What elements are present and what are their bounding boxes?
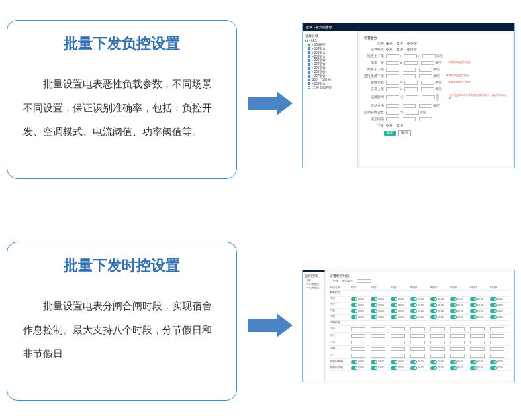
time-input[interactable] — [470, 334, 485, 338]
expand-icon[interactable]: + — [312, 74, 314, 78]
checkbox-icon[interactable] — [308, 51, 310, 54]
time-input[interactable] — [450, 347, 465, 351]
time-input[interactable] — [490, 327, 504, 331]
radio-icon[interactable] — [407, 42, 410, 45]
time-input[interactable] — [410, 347, 425, 351]
sidebar-item[interactable]: 三号宿舍楼 — [305, 287, 322, 290]
toggle-switch[interactable] — [410, 297, 417, 301]
time-input[interactable] — [490, 334, 504, 338]
time-input[interactable] — [351, 347, 365, 351]
time-input[interactable] — [490, 341, 504, 344]
toggle-switch[interactable] — [490, 297, 497, 301]
expand-icon[interactable]: + — [312, 58, 314, 62]
expand-icon[interactable]: - — [309, 39, 310, 42]
time-input[interactable] — [410, 341, 425, 344]
text-input[interactable] — [403, 104, 416, 108]
toggle-switch[interactable] — [351, 297, 357, 301]
radio-icon[interactable] — [386, 42, 389, 45]
toggle-switch[interactable] — [450, 303, 457, 307]
radio-icon[interactable] — [397, 42, 399, 45]
toggle-switch[interactable] — [391, 360, 397, 364]
text-input[interactable] — [403, 74, 416, 78]
checkbox-icon[interactable] — [308, 86, 310, 89]
toggle-switch[interactable] — [351, 360, 357, 364]
tree-node[interactable]: +101研所 — [305, 43, 355, 46]
toggle-switch[interactable] — [430, 309, 437, 313]
toggle-switch[interactable] — [470, 303, 477, 307]
time-input[interactable] — [410, 334, 425, 338]
text-input[interactable] — [386, 95, 399, 99]
time-input[interactable] — [391, 327, 405, 331]
time-input[interactable] — [430, 327, 445, 331]
time-input[interactable] — [430, 341, 445, 344]
toggle-switch[interactable] — [391, 303, 397, 307]
tree-node[interactable]: -APS — [305, 39, 355, 42]
text-input[interactable] — [406, 111, 419, 115]
tree-node[interactable]: 二楼走廊照明 — [305, 86, 355, 89]
text-input[interactable] — [386, 81, 399, 85]
toggle-switch[interactable] — [351, 366, 357, 370]
time-input[interactable] — [410, 327, 425, 331]
tree-node[interactable]: +205宿舍 — [305, 66, 355, 70]
text-input[interactable] — [403, 68, 416, 72]
toggle-switch[interactable] — [410, 309, 417, 313]
toggle-switch[interactable] — [351, 315, 357, 319]
time-input[interactable] — [430, 347, 445, 351]
cancel-button[interactable]: 取消 — [398, 130, 411, 136]
text-input[interactable] — [421, 81, 434, 85]
text-input[interactable] — [386, 104, 399, 108]
text-input[interactable] — [403, 117, 416, 121]
tree-node[interactable]: +202宿舍 — [305, 55, 355, 58]
toggle-switch[interactable] — [391, 366, 397, 370]
toggle-switch[interactable] — [410, 303, 417, 307]
time-input[interactable] — [470, 327, 485, 331]
text-input[interactable] — [386, 111, 399, 115]
text-input[interactable] — [406, 95, 419, 99]
tree-node[interactable]: +103宿舍 — [305, 47, 355, 50]
text-input[interactable] — [421, 87, 434, 91]
time-input[interactable] — [351, 327, 365, 331]
checkbox-icon[interactable] — [308, 55, 310, 58]
toggle-switch[interactable] — [410, 315, 417, 319]
select-all-checkbox[interactable] — [330, 280, 332, 282]
expand-icon[interactable]: + — [312, 55, 314, 58]
toggle-switch[interactable] — [371, 360, 377, 364]
toggle-switch[interactable] — [470, 315, 477, 319]
text-input[interactable] — [404, 61, 418, 65]
expand-icon[interactable]: + — [312, 43, 314, 46]
toggle-switch[interactable] — [490, 315, 497, 319]
toggle-switch[interactable] — [450, 366, 457, 370]
tree-node[interactable]: +207宿舍 — [305, 74, 355, 78]
text-input[interactable] — [404, 54, 417, 58]
time-input[interactable] — [450, 354, 465, 358]
tree-node[interactable]: +201宿舍 — [305, 51, 355, 54]
checkbox-icon[interactable] — [308, 75, 310, 78]
time-input[interactable] — [470, 341, 485, 344]
time-input[interactable] — [470, 347, 485, 351]
time-input[interactable] — [391, 334, 405, 338]
toggle-switch[interactable] — [430, 297, 437, 301]
checkbox-icon[interactable] — [308, 79, 310, 81]
toggle-switch[interactable] — [490, 366, 497, 370]
toggle-switch[interactable] — [371, 303, 377, 307]
toggle-switch[interactable] — [450, 297, 457, 301]
tree-node[interactable]: +206宿舍 — [305, 70, 355, 74]
text-input[interactable] — [419, 117, 432, 121]
time-input[interactable] — [391, 354, 405, 358]
text-input[interactable] — [422, 54, 436, 58]
text-input[interactable] — [421, 61, 434, 65]
toggle-switch[interactable] — [430, 366, 437, 370]
expand-icon[interactable]: + — [312, 51, 314, 54]
toggle-switch[interactable] — [430, 315, 437, 319]
radio-icon[interactable] — [397, 124, 399, 127]
toggle-switch[interactable] — [490, 303, 497, 307]
toggle-switch[interactable] — [371, 315, 377, 319]
time-input[interactable] — [490, 347, 504, 351]
time-input[interactable] — [391, 347, 405, 351]
time-input[interactable] — [470, 354, 485, 358]
time-input[interactable] — [351, 334, 365, 338]
toggle-switch[interactable] — [470, 309, 477, 313]
toggle-switch[interactable] — [351, 309, 357, 313]
time-input[interactable] — [371, 334, 385, 338]
checkbox-icon[interactable] — [308, 47, 310, 50]
